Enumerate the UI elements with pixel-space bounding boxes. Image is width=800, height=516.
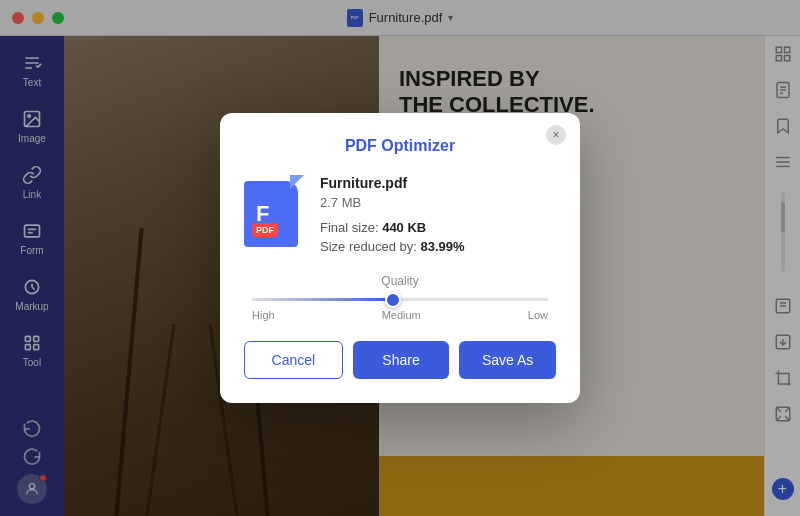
pdf-badge: PDF (252, 223, 278, 237)
quality-low-label: Low (528, 309, 548, 321)
quality-slider-container: High Medium Low (244, 298, 556, 321)
share-button[interactable]: Share (353, 341, 450, 379)
slider-track[interactable] (252, 298, 548, 301)
modal-overlay: × PDF Optimizer F PDF Furniture.pdf 2.7 … (0, 0, 800, 516)
modal-body: F PDF Furniture.pdf 2.7 MB Final size: 4… (244, 175, 556, 254)
modal-buttons: Cancel Share Save As (244, 341, 556, 379)
pdf-optimizer-modal: × PDF Optimizer F PDF Furniture.pdf 2.7 … (220, 113, 580, 403)
final-size-value: 440 KB (382, 220, 426, 235)
slider-thumb[interactable] (385, 292, 401, 308)
final-size-row: Final size: 440 KB (320, 220, 556, 235)
cancel-button[interactable]: Cancel (244, 341, 343, 379)
size-reduced-value: 83.99% (420, 239, 464, 254)
quality-high-label: High (252, 309, 275, 321)
quality-label: Quality (244, 274, 556, 288)
quality-section: Quality High Medium Low (244, 274, 556, 321)
file-corner (290, 175, 304, 189)
modal-close-button[interactable]: × (546, 125, 566, 145)
original-size: 2.7 MB (320, 195, 556, 210)
modal-title: PDF Optimizer (244, 137, 556, 155)
pdf-file-icon: F PDF (244, 175, 304, 247)
save-as-button[interactable]: Save As (459, 341, 556, 379)
size-reduced-row: Size reduced by: 83.99% (320, 239, 556, 254)
file-name: Furniture.pdf (320, 175, 556, 191)
file-body: F (244, 181, 298, 247)
slider-fill (252, 298, 391, 301)
slider-labels: High Medium Low (252, 309, 548, 321)
file-info: Furniture.pdf 2.7 MB Final size: 440 KB … (320, 175, 556, 254)
quality-medium-label: Medium (382, 309, 421, 321)
